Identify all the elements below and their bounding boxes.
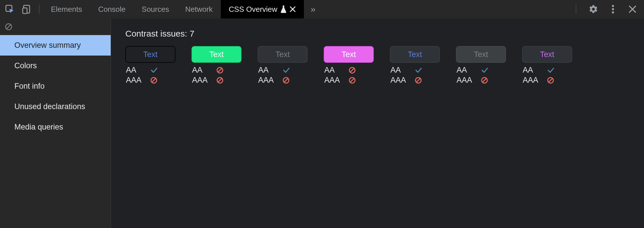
svg-line-15: [284, 78, 288, 82]
tab-css-overview[interactable]: CSS Overview: [221, 0, 304, 18]
tab-network[interactable]: Network: [177, 0, 221, 18]
rating-aaa: AAA: [126, 76, 175, 85]
color-swatch[interactable]: Text: [522, 46, 572, 63]
rating-label: AA: [457, 66, 475, 75]
divider: [39, 5, 39, 14]
svg-line-19: [350, 78, 354, 82]
svg-line-11: [218, 68, 222, 72]
sidebar-item-colors[interactable]: Colors: [0, 56, 111, 76]
rating-label: AA: [523, 66, 541, 75]
rating-label: AAA: [192, 76, 210, 85]
rating-label: AA: [324, 66, 343, 75]
rating-aa: AA: [523, 66, 572, 75]
settings-icon[interactable]: [588, 3, 599, 15]
color-swatch[interactable]: Text: [191, 46, 241, 63]
rating-aa: AA: [390, 66, 440, 75]
sidebar-item-label: Font info: [14, 82, 45, 90]
rating-aaa: AAA: [390, 76, 440, 85]
swatch-sample-text: Text: [143, 50, 158, 59]
contrast-ratings: AAAAA: [191, 66, 241, 85]
prohibited-icon: [547, 77, 554, 84]
contrast-ratings: AAAAA: [456, 66, 506, 85]
color-swatch[interactable]: Text: [258, 46, 308, 63]
contrast-ratings: AAAAA: [390, 66, 440, 85]
more-tabs-icon[interactable]: »: [304, 0, 323, 18]
devtools-tabbar: Elements Console Sources Network CSS Ove…: [0, 0, 644, 18]
rating-aaa: AAA: [192, 76, 241, 85]
contrast-issue-item: TextAAAAA: [324, 46, 374, 85]
svg-point-4: [612, 8, 614, 10]
swatch-sample-text: Text: [408, 50, 422, 59]
sidebar-item-label: Overview summary: [14, 41, 81, 50]
rating-label: AAA: [390, 76, 409, 85]
rating-aa: AA: [324, 66, 374, 75]
svg-line-21: [417, 78, 420, 82]
svg-line-25: [549, 78, 553, 82]
tab-elements[interactable]: Elements: [43, 0, 90, 18]
rating-label: AAA: [324, 76, 343, 85]
close-tab-icon[interactable]: [290, 6, 296, 12]
rating-label: AAA: [523, 76, 541, 85]
svg-point-5: [612, 12, 614, 14]
prohibited-icon: [415, 77, 422, 84]
swatch-sample-text: Text: [540, 50, 554, 59]
prohibited-icon: [481, 77, 488, 84]
rating-aaa: AAA: [324, 76, 374, 85]
swatch-sample-text: Text: [209, 50, 224, 59]
rating-label: AAA: [126, 76, 144, 85]
swatch-sample-text: Text: [474, 50, 488, 59]
rating-aa: AA: [457, 66, 506, 75]
tab-label: Console: [98, 5, 125, 14]
sidebar-item-overview-summary[interactable]: Overview summary: [0, 35, 111, 56]
svg-line-7: [7, 25, 11, 29]
sidebar-item-label: Media queries: [14, 123, 63, 131]
color-swatch[interactable]: Text: [324, 46, 374, 63]
contrast-issue-item: TextAAAAA: [191, 46, 241, 85]
kebab-menu-icon[interactable]: [607, 3, 619, 15]
clear-icon[interactable]: [5, 23, 13, 31]
contrast-ratings: AAAAA: [258, 66, 308, 85]
svg-line-9: [152, 78, 156, 82]
tabbar-right-tools: [575, 3, 638, 15]
inspect-element-icon[interactable]: [3, 3, 16, 16]
contrast-issue-item: TextAAAAA: [456, 46, 506, 85]
checkmark-icon: [547, 66, 555, 74]
rating-aa: AA: [192, 66, 241, 75]
color-swatch[interactable]: Text: [125, 46, 175, 63]
sidebar-item-media-queries[interactable]: Media queries: [0, 117, 111, 137]
rating-label: AA: [258, 66, 277, 75]
prohibited-icon: [348, 66, 356, 74]
color-swatch[interactable]: Text: [456, 46, 506, 63]
contrast-issues-grid: TextAAAAATextAAAAATextAAAAATextAAAAAText…: [125, 46, 630, 85]
tab-label: Sources: [142, 5, 169, 14]
prohibited-icon: [348, 77, 356, 84]
sidebar-item-font-info[interactable]: Font info: [0, 76, 111, 96]
flask-icon: [280, 5, 287, 13]
swatch-sample-text: Text: [275, 50, 290, 59]
tab-sources[interactable]: Sources: [134, 0, 177, 18]
contrast-issue-item: TextAAAAA: [125, 46, 175, 85]
sidebar-item-unused-declarations[interactable]: Unused declarations: [0, 96, 111, 117]
rating-aa: AA: [126, 66, 175, 75]
checkmark-icon: [415, 66, 423, 74]
tab-console[interactable]: Console: [90, 0, 133, 18]
sidebar: Overview summary Colors Font info Unused…: [0, 18, 111, 228]
contrast-issue-item: TextAAAAA: [390, 46, 440, 85]
tab-label: Network: [185, 5, 212, 14]
tab-label: CSS Overview: [229, 5, 277, 14]
rating-aaa: AAA: [258, 76, 308, 85]
rating-aaa: AAA: [457, 76, 506, 85]
device-toolbar-icon[interactable]: [21, 3, 33, 16]
tabbar-left-tools: [3, 3, 43, 16]
close-devtools-icon[interactable]: [627, 3, 638, 15]
contrast-issue-item: TextAAAAA: [522, 46, 572, 85]
checkmark-icon: [150, 66, 158, 74]
color-swatch[interactable]: Text: [390, 46, 440, 63]
prohibited-icon: [216, 66, 224, 74]
svg-line-23: [483, 78, 486, 82]
rating-label: AA: [126, 66, 144, 75]
prohibited-icon: [216, 77, 224, 84]
rating-label: AA: [390, 66, 409, 75]
rating-label: AAA: [258, 76, 277, 85]
divider: [576, 5, 576, 14]
